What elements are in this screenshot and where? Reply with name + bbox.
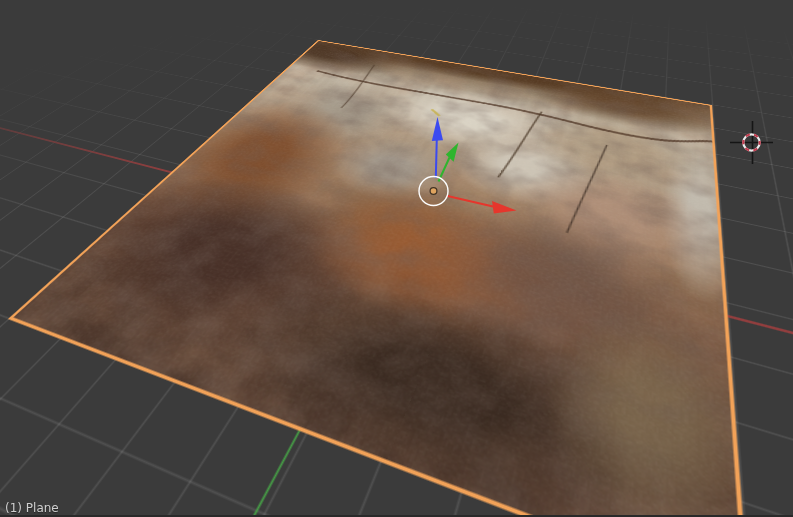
floor-perspective-container — [8, 40, 749, 517]
3d-viewport[interactable]: (1) Plane — [0, 0, 793, 517]
viewport-object-info: (1) Plane — [5, 502, 59, 514]
